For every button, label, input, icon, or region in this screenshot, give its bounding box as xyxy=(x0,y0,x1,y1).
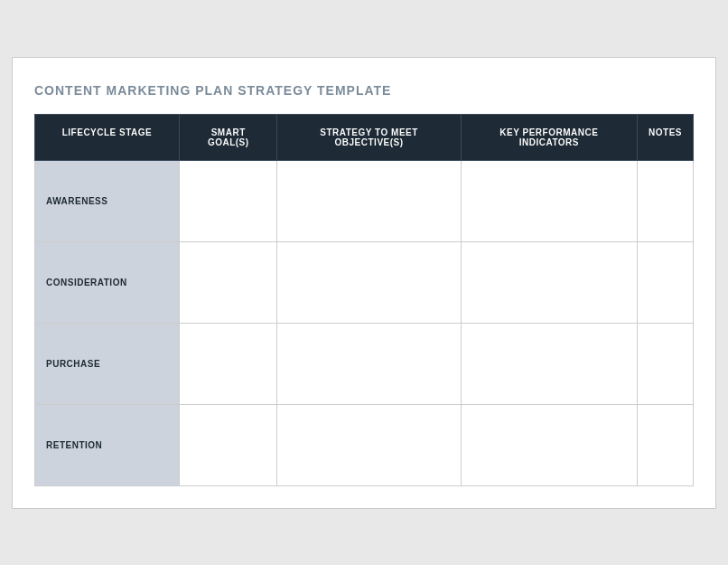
stage-consideration: CONSIDERATION xyxy=(35,241,180,323)
stage-retention: RETENTION xyxy=(35,404,180,485)
header-lifecycle-stage: LIFECYCLE STAGE xyxy=(35,114,180,160)
cell-retention-kpi[interactable] xyxy=(461,404,637,485)
table-row: RETENTION xyxy=(35,404,694,485)
header-kpi: KEY PERFORMANCE INDICATORS xyxy=(461,114,637,160)
header-strategy: STRATEGY TO MEET OBJECTIVE(S) xyxy=(277,114,461,160)
cell-purchase-smart-goals[interactable] xyxy=(180,323,277,404)
cell-consideration-notes[interactable] xyxy=(638,241,694,323)
cell-awareness-strategy[interactable] xyxy=(277,160,461,241)
cell-consideration-smart-goals[interactable] xyxy=(180,241,277,323)
page-container: CONTENT MARKETING PLAN STRATEGY TEMPLATE… xyxy=(12,57,716,509)
cell-awareness-kpi[interactable] xyxy=(461,160,637,241)
cell-retention-notes[interactable] xyxy=(638,404,694,485)
table-header-row: LIFECYCLE STAGE SMART GOAL(S) STRATEGY T… xyxy=(35,114,694,160)
cell-awareness-notes[interactable] xyxy=(638,160,694,241)
cell-consideration-strategy[interactable] xyxy=(277,241,461,323)
cell-retention-strategy[interactable] xyxy=(277,404,461,485)
cell-consideration-kpi[interactable] xyxy=(461,241,637,323)
stage-purchase: PURCHASE xyxy=(35,323,180,404)
cell-purchase-notes[interactable] xyxy=(638,323,694,404)
strategy-table: LIFECYCLE STAGE SMART GOAL(S) STRATEGY T… xyxy=(34,114,694,486)
cell-retention-smart-goals[interactable] xyxy=(180,404,277,485)
cell-awareness-smart-goals[interactable] xyxy=(180,160,277,241)
table-row: PURCHASE xyxy=(35,323,694,404)
cell-purchase-strategy[interactable] xyxy=(277,323,461,404)
table-row: CONSIDERATION xyxy=(35,241,694,323)
stage-awareness: AWARENESS xyxy=(35,160,180,241)
header-notes: NOTES xyxy=(638,114,694,160)
cell-purchase-kpi[interactable] xyxy=(461,323,637,404)
table-row: AWARENESS xyxy=(35,160,694,241)
header-smart-goals: SMART GOAL(S) xyxy=(180,114,277,160)
page-title: CONTENT MARKETING PLAN STRATEGY TEMPLATE xyxy=(34,83,694,98)
